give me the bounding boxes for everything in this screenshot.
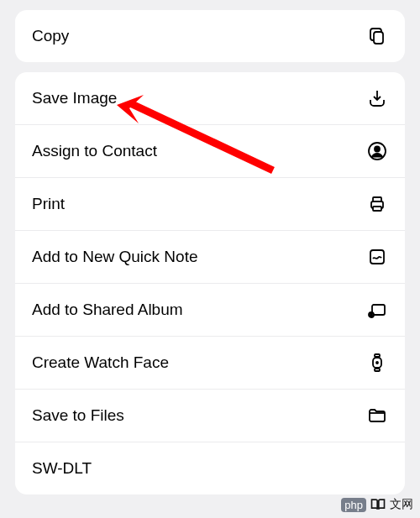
add-shared-album-row[interactable]: Add to Shared Album [15, 284, 405, 337]
save-image-label: Save Image [32, 89, 117, 107]
watermark-php: php [341, 498, 366, 512]
add-quick-note-label: Add to New Quick Note [32, 248, 197, 266]
add-shared-album-label: Add to Shared Album [32, 301, 183, 319]
copy-label: Copy [32, 27, 69, 45]
sw-dlt-label: SW-DLT [32, 459, 92, 478]
watermark-text: 文网 [390, 497, 413, 512]
add-quick-note-row[interactable]: Add to New Quick Note [15, 231, 405, 284]
action-group-main: Save Image Assign to Contact Print [15, 72, 405, 494]
printer-icon [366, 193, 388, 215]
shortcut-icon [366, 458, 388, 479]
print-row[interactable]: Print [15, 178, 405, 231]
quick-note-icon [366, 246, 388, 268]
watermark: php 文网 [341, 496, 413, 513]
assign-contact-row[interactable]: Assign to Contact [15, 125, 405, 178]
sw-dlt-row[interactable]: SW-DLT [15, 442, 405, 494]
svg-rect-0 [374, 32, 383, 44]
action-group-copy: Copy [15, 10, 405, 62]
create-watch-face-row[interactable]: Create Watch Face [15, 337, 405, 390]
assign-contact-label: Assign to Contact [32, 142, 157, 160]
share-sheet: Copy Save Image Assign to Contact [0, 10, 420, 494]
save-image-row[interactable]: Save Image [15, 72, 405, 125]
copy-icon [366, 25, 388, 47]
watermark-book-icon [370, 496, 386, 513]
create-watch-face-label: Create Watch Face [32, 353, 169, 372]
svg-point-13 [376, 362, 378, 364]
copy-row[interactable]: Copy [15, 10, 405, 62]
print-label: Print [32, 195, 65, 213]
svg-rect-12 [375, 369, 380, 371]
contact-icon [366, 140, 388, 162]
svg-rect-11 [375, 354, 380, 357]
svg-rect-4 [373, 197, 381, 201]
svg-rect-6 [370, 250, 384, 264]
folder-icon [366, 405, 388, 426]
save-to-files-label: Save to Files [32, 406, 124, 425]
watch-icon [366, 352, 388, 374]
svg-point-2 [375, 147, 380, 152]
shared-album-icon [366, 299, 388, 321]
save-to-files-row[interactable]: Save to Files [15, 390, 405, 442]
svg-rect-5 [373, 207, 381, 211]
download-icon [366, 87, 388, 109]
